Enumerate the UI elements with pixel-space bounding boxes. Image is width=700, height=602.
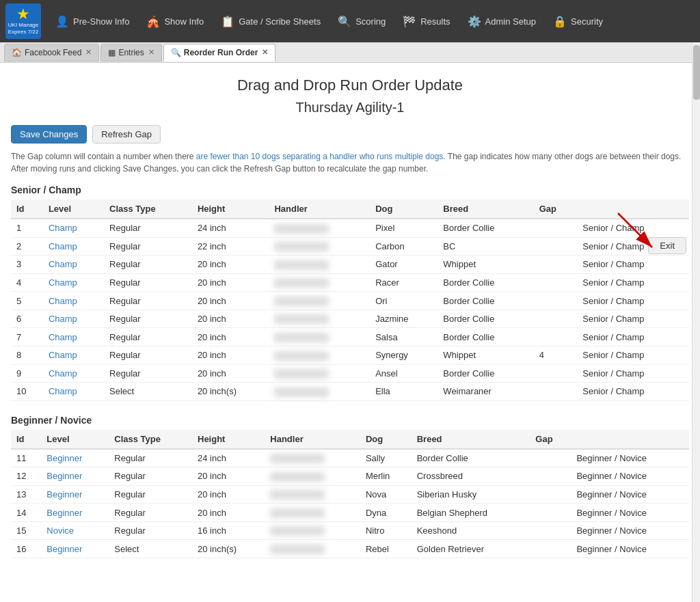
cell-dog: Merlin [360, 467, 412, 486]
cell-gap [534, 273, 578, 292]
handler-blurred: •••• •• •••• ••••• • [270, 508, 325, 518]
nav-results[interactable]: 🏁 Results [395, 10, 457, 33]
handler-blurred: •• •• •••• [274, 260, 329, 270]
section-beginner-novice-title: Beginner / Novice [11, 415, 689, 426]
table-row[interactable]: 7 Champ Regular 20 inch •• •• ••••• Sals… [11, 328, 689, 346]
nav-show-info[interactable]: 🎪 Show Info [139, 10, 211, 33]
table-row[interactable]: 11 Beginner Regular 24 inch •••• • •• ••… [11, 449, 689, 467]
tab-facebook-feed[interactable]: 🏠 Facebook Feed ✕ [4, 44, 99, 61]
cell-gap [530, 485, 571, 504]
cell-breed: Weimaraner [438, 383, 533, 401]
handler-blurred: ••••• •• •••• [274, 297, 329, 306]
cell-height: 20 inch [192, 467, 265, 486]
cell-gap [534, 328, 578, 346]
table-row[interactable]: 13 Beginner Regular 20 inch ••• • ••••• … [11, 485, 689, 504]
col-id: Id [11, 200, 43, 219]
nav-scoring[interactable]: 🔍 Scoring [330, 10, 392, 33]
cell-level: Champ [43, 256, 104, 274]
col-level-2: Level [41, 430, 109, 449]
cell-id: 2 [11, 237, 43, 256]
col-height-2: Height [192, 430, 265, 449]
table-row[interactable]: 12 Beginner Regular 20 inch •• •• ••••• … [11, 467, 689, 486]
facebook-feed-tab-icon: 🏠 [12, 48, 22, 57]
cell-group: Senior / Champ [577, 273, 689, 292]
section-senior-champ-title: Senior / Champ [11, 184, 689, 195]
nav-admin-setup-label: Admin Setup [485, 16, 536, 27]
table-row[interactable]: 1 Champ Regular 24 inch ••••• •••• Pixel… [11, 219, 689, 237]
cell-handler: ••••• •• •••• [269, 292, 370, 310]
cell-group: Beginner / Novice [571, 485, 689, 504]
tab-entries-close[interactable]: ✕ [148, 48, 154, 57]
cell-class-type: Regular [104, 273, 192, 292]
table-row[interactable]: 10 Champ Select 20 inch(s) •••• ••• ••• … [11, 383, 689, 401]
cell-id: 15 [11, 521, 41, 540]
cell-class-type: Select [104, 383, 192, 401]
table-row[interactable]: 15 Novice Regular 16 inch •• • •• •••• •… [11, 521, 689, 540]
cell-class-type: Regular [109, 504, 192, 522]
cell-level: Beginner [41, 467, 109, 486]
col-breed-2: Breed [412, 430, 530, 449]
cell-id: 14 [11, 504, 41, 522]
nav-pre-show-info-label: Pre-Show Info [73, 16, 129, 27]
cell-level: Beginner [41, 449, 109, 467]
cell-dog: Synergy [370, 346, 438, 364]
scrollbar[interactable] [692, 42, 700, 602]
cell-class-type: Regular [104, 346, 192, 364]
cell-group: Senior / Champ [577, 364, 689, 383]
cell-breed: Border Collie [438, 292, 533, 310]
table-row[interactable]: 14 Beginner Regular 20 inch •••• •• ••••… [11, 504, 689, 522]
handler-blurred: •••• ••••••••• [274, 278, 329, 288]
handler-blurred: •• • •• •••• • [270, 526, 325, 536]
tab-reorder-run-order[interactable]: 🔍 Reorder Run Order ✕ [163, 44, 276, 61]
cell-group: Senior / Champ [577, 310, 689, 328]
cell-dog: Racer [370, 273, 438, 292]
cell-gap [530, 540, 571, 558]
tab-entries[interactable]: ▦ Entries ✕ [100, 44, 161, 61]
table-row[interactable]: 6 Champ Regular 20 inch •• ••••••• •••• … [11, 310, 689, 328]
col-gap: Gap [534, 200, 578, 219]
save-changes-button[interactable]: Save Changes [11, 125, 87, 143]
col-group-2 [571, 430, 689, 449]
cell-level: Champ [43, 383, 104, 401]
cell-id: 7 [11, 328, 43, 346]
cell-id: 4 [11, 273, 43, 292]
cell-level: Champ [43, 273, 104, 292]
gap-info-text: The Gap column will contain a number whe… [11, 150, 689, 175]
cell-gap [534, 237, 578, 256]
cell-breed: Whippet [438, 346, 533, 364]
cell-handler: •••• • ••••••• [269, 346, 370, 364]
cell-level: Champ [43, 346, 104, 364]
cell-breed: Border Collie [438, 310, 533, 328]
senior-champ-table: Id Level Class Type Height Handler Dog B… [11, 200, 689, 401]
results-icon: 🏁 [402, 14, 417, 29]
cell-dog: Salsa [370, 328, 438, 346]
table-row[interactable]: 3 Champ Regular 20 inch •• •• •••• Gator… [11, 256, 689, 274]
nav-show-info-label: Show Info [164, 16, 204, 27]
navbar: ★ UKI ManageExpires 7/22 👤 Pre-Show Info… [0, 0, 700, 42]
toolbar: Save Changes Refresh Gap [11, 125, 689, 143]
nav-security[interactable]: 🔒 Security [546, 10, 610, 33]
cell-group: Beginner / Novice [571, 521, 689, 540]
nav-pre-show-info[interactable]: 👤 Pre-Show Info [48, 10, 136, 33]
table-row[interactable]: 16 Beginner Select 20 inch(s) •••••• •••… [11, 540, 689, 558]
logo-star: ★ [16, 7, 30, 22]
cell-gap [534, 292, 578, 310]
cell-gap [534, 256, 578, 274]
app-logo: ★ UKI ManageExpires 7/22 [5, 3, 41, 39]
tab-facebook-feed-close[interactable]: ✕ [85, 48, 92, 57]
table-row[interactable]: 4 Champ Regular 20 inch •••• ••••••••• R… [11, 273, 689, 292]
scrollbar-thumb[interactable] [693, 45, 700, 100]
cell-dog: Ansel [370, 364, 438, 383]
table-row[interactable]: 8 Champ Regular 20 inch •••• • ••••••• S… [11, 346, 689, 364]
handler-blurred: •• •• ••••• •• [270, 472, 325, 482]
cell-breed: Border Collie [438, 219, 533, 237]
table-row[interactable]: 5 Champ Regular 20 inch ••••• •• •••• Or… [11, 292, 689, 310]
table-row[interactable]: 9 Champ Regular 20 inch •• •••• ••••• ••… [11, 364, 689, 383]
refresh-gap-button[interactable]: Refresh Gap [92, 125, 161, 143]
table-row[interactable]: 2 Champ Regular 22 inch •••• ••••••• Car… [11, 237, 689, 256]
nav-results-label: Results [420, 16, 450, 27]
tab-reorder-close[interactable]: ✕ [262, 48, 268, 57]
cell-height: 16 inch [192, 521, 265, 540]
nav-gate-scribe-sheets[interactable]: 📋 Gate / Scribe Sheets [213, 10, 327, 33]
nav-admin-setup[interactable]: ⚙️ Admin Setup [460, 10, 543, 33]
